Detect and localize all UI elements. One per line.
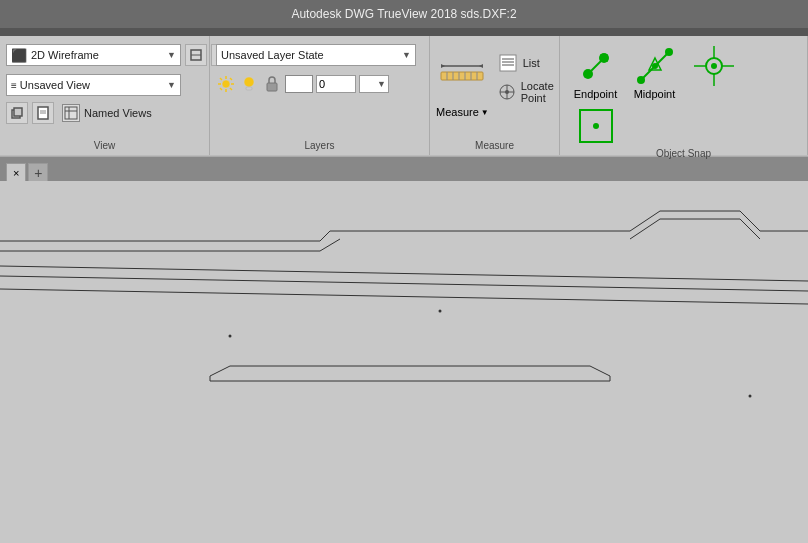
layer-num-arrow-icon: ▼ bbox=[373, 79, 386, 89]
view-icon-svg-1 bbox=[189, 48, 203, 62]
view-icon-row: Named Views bbox=[6, 102, 152, 124]
restore-icon bbox=[10, 106, 24, 120]
svg-rect-10 bbox=[65, 107, 77, 119]
measure-icon-area bbox=[438, 46, 486, 106]
midpoint-icon bbox=[633, 44, 677, 88]
wireframe-dropdown[interactable]: ⬛ 2D Wireframe ▼ bbox=[6, 44, 181, 66]
tab-add-button[interactable]: + bbox=[28, 163, 48, 181]
view-label: Unsaved View bbox=[20, 79, 90, 91]
svg-point-83 bbox=[749, 395, 752, 398]
drawing-area bbox=[0, 181, 808, 481]
svg-line-61 bbox=[320, 231, 330, 241]
snap-icon-area-3 bbox=[692, 44, 736, 88]
layer-state-dropdown[interactable]: Unsaved Layer State ▼ bbox=[216, 44, 416, 66]
locate-point-button[interactable]: Locate Point bbox=[497, 80, 556, 104]
svg-line-65 bbox=[740, 211, 760, 231]
sun-icon bbox=[217, 75, 235, 93]
named-views-svg bbox=[64, 106, 78, 120]
endpoint-label: Endpoint bbox=[574, 88, 617, 100]
measure-button[interactable]: Measure ▼ bbox=[436, 46, 489, 118]
svg-line-21 bbox=[220, 88, 222, 90]
midpoint-button[interactable]: Midpoint bbox=[627, 44, 682, 100]
named-views-label: Named Views bbox=[84, 107, 152, 119]
unsaved-view-row: ≡ Unsaved View ▼ bbox=[6, 74, 181, 96]
snap-item-4[interactable] bbox=[568, 104, 623, 148]
layer-number-input[interactable] bbox=[316, 75, 356, 93]
layers-section-label: Layers bbox=[216, 140, 423, 153]
svg-line-69 bbox=[630, 219, 660, 239]
snap-grid: Endpoint Midpoint bbox=[568, 40, 741, 148]
list-button[interactable]: List bbox=[497, 52, 556, 74]
title-bar: Autodesk DWG TrueView 2018 sds.DXF:2 bbox=[0, 0, 808, 28]
title-text: Autodesk DWG TrueView 2018 sds.DXF:2 bbox=[291, 7, 516, 21]
layer-state-row: Unsaved Layer State ▼ bbox=[216, 44, 416, 66]
tab-close-btn[interactable]: × bbox=[6, 163, 26, 181]
view-sm-btn-1[interactable] bbox=[6, 102, 28, 124]
svg-rect-24 bbox=[267, 83, 277, 91]
svg-point-51 bbox=[652, 63, 658, 69]
svg-point-81 bbox=[439, 310, 442, 313]
svg-line-75 bbox=[210, 366, 230, 376]
list-label: List bbox=[523, 57, 540, 69]
paper-icon bbox=[36, 106, 50, 120]
endpoint-button[interactable]: Endpoint bbox=[568, 44, 623, 100]
snap-section: Endpoint Midpoint bbox=[560, 36, 808, 155]
bulb-icon-btn[interactable] bbox=[239, 74, 259, 94]
midpoint-label: Midpoint bbox=[634, 88, 676, 100]
wireframe-icon: ⬛ bbox=[11, 48, 27, 63]
bulb-icon bbox=[240, 75, 258, 93]
view-dropdown-icon: ≡ bbox=[11, 80, 17, 91]
svg-point-49 bbox=[665, 48, 673, 56]
list-icon-svg bbox=[498, 53, 518, 73]
lock-icon bbox=[263, 75, 281, 93]
lock-icon-btn[interactable] bbox=[262, 74, 282, 94]
view-section-label: View bbox=[6, 140, 203, 153]
list-icon bbox=[497, 52, 519, 74]
view-sm-btn-2[interactable] bbox=[32, 102, 54, 124]
ribbon-top-strip bbox=[0, 28, 808, 36]
svg-marker-33 bbox=[441, 64, 445, 68]
named-views-button[interactable]: Named Views bbox=[62, 104, 152, 122]
endpoint-icon bbox=[574, 44, 618, 88]
measure-section-label: Measure bbox=[436, 140, 553, 153]
snap-icon-area-4 bbox=[574, 104, 618, 148]
layer-num-dropdown[interactable]: ▼ bbox=[359, 75, 389, 93]
wireframe-arrow-icon: ▼ bbox=[163, 50, 176, 60]
svg-line-68 bbox=[320, 239, 340, 251]
svg-point-82 bbox=[229, 335, 232, 338]
svg-point-13 bbox=[222, 80, 230, 88]
svg-line-18 bbox=[220, 78, 222, 80]
svg-line-63 bbox=[630, 211, 660, 231]
tab-add-icon: + bbox=[34, 165, 42, 181]
view-btn-1[interactable] bbox=[185, 44, 207, 66]
measure-label: Measure bbox=[436, 106, 479, 118]
svg-point-53 bbox=[711, 63, 717, 69]
svg-line-20 bbox=[230, 78, 232, 80]
layers-section: Unsaved Layer State ▼ bbox=[210, 36, 430, 155]
tab-close-icon: × bbox=[13, 167, 19, 179]
locate-icon-svg bbox=[497, 82, 517, 102]
ribbon-main: ⬛ 2D Wireframe ▼ bbox=[0, 36, 808, 156]
endpoint-icon-area bbox=[574, 44, 618, 88]
svg-line-71 bbox=[740, 219, 760, 239]
measure-label-row: Measure ▼ bbox=[436, 106, 489, 118]
svg-point-22 bbox=[244, 77, 254, 87]
snap-icon-4 bbox=[574, 104, 618, 148]
measure-right-col: List Locate Point bbox=[497, 46, 556, 104]
view-section: ⬛ 2D Wireframe ▼ bbox=[0, 36, 210, 155]
svg-marker-34 bbox=[479, 64, 483, 68]
layer-state-arrow-icon: ▼ bbox=[398, 50, 411, 60]
midpoint-icon-area bbox=[633, 44, 677, 88]
layer-state-label: Unsaved Layer State bbox=[221, 49, 324, 61]
view-dropdown[interactable]: ≡ Unsaved View ▼ bbox=[6, 74, 181, 96]
snap-icon-3 bbox=[692, 44, 736, 88]
view-arrow-icon: ▼ bbox=[163, 80, 176, 90]
color-swatch[interactable] bbox=[285, 75, 313, 93]
measure-dropdown-arrow-icon: ▼ bbox=[481, 108, 489, 117]
snap-item-3[interactable] bbox=[686, 44, 741, 100]
measure-icon bbox=[439, 60, 485, 92]
svg-rect-23 bbox=[246, 87, 252, 90]
sun-icon-btn[interactable] bbox=[216, 74, 236, 94]
measure-row: Measure ▼ bbox=[436, 40, 553, 118]
svg-point-48 bbox=[637, 76, 645, 84]
